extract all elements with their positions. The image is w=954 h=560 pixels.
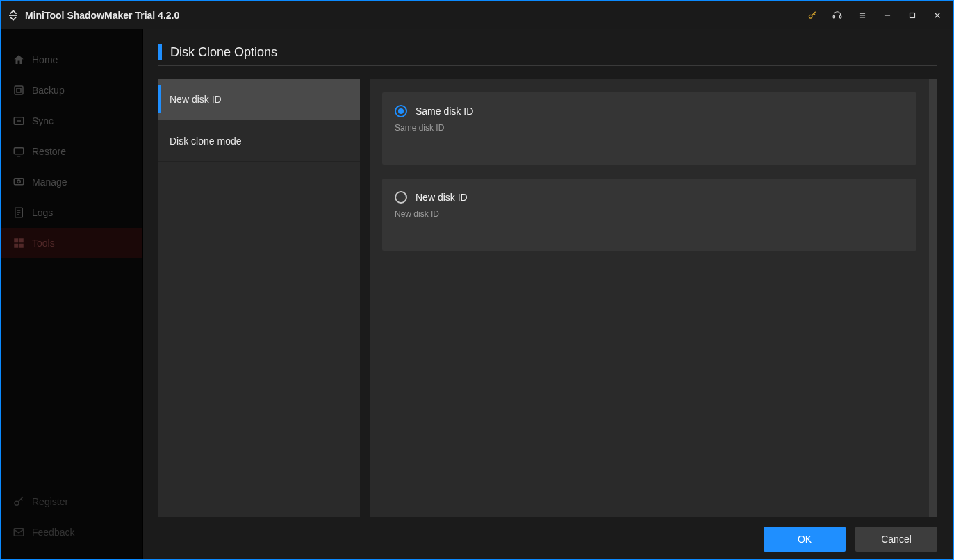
- svg-rect-8: [14, 179, 24, 185]
- footer-buttons: OK Cancel: [158, 517, 937, 552]
- titlebar: MiniTool ShadowMaker Trial 4.2.0: [1, 1, 953, 29]
- category-new-disk-id[interactable]: New disk ID: [158, 79, 360, 120]
- svg-rect-3: [910, 13, 915, 18]
- sidebar-item-home[interactable]: Home: [1, 44, 142, 75]
- svg-point-0: [809, 15, 812, 18]
- manage-icon: [11, 174, 26, 190]
- svg-rect-13: [14, 244, 18, 248]
- svg-rect-14: [19, 244, 24, 248]
- radio-icon[interactable]: [395, 105, 407, 117]
- sidebar-item-logs[interactable]: Logs: [1, 197, 142, 228]
- option-new-disk-id[interactable]: New disk ID New disk ID: [382, 179, 916, 251]
- option-desc: Same disk ID: [395, 123, 904, 133]
- option-same-disk-id[interactable]: Same disk ID Same disk ID: [382, 92, 916, 165]
- sidebar-item-label: Sync: [32, 115, 54, 126]
- sidebar: Home Backup Sync Restore: [1, 29, 143, 559]
- sidebar-item-label: Feedback: [32, 527, 74, 538]
- svg-point-9: [17, 180, 21, 183]
- main-panel: Disk Clone Options New disk ID Disk clon…: [143, 29, 953, 559]
- sidebar-item-tools[interactable]: Tools: [1, 228, 142, 258]
- svg-rect-4: [15, 86, 23, 94]
- sidebar-item-register[interactable]: Register: [1, 486, 142, 517]
- scrollbar-gutter[interactable]: [929, 79, 937, 517]
- button-label: Cancel: [881, 534, 912, 545]
- svg-rect-2: [840, 15, 841, 18]
- sidebar-item-label: Manage: [32, 176, 67, 188]
- support-button[interactable]: [825, 1, 850, 29]
- app-title: MiniTool ShadowMaker Trial 4.2.0: [25, 10, 179, 21]
- key-icon: [11, 494, 26, 509]
- svg-point-15: [15, 501, 19, 505]
- button-label: OK: [798, 534, 812, 545]
- sidebar-item-label: Logs: [32, 207, 53, 218]
- page-header: Disk Clone Options: [158, 44, 937, 66]
- sidebar-item-sync[interactable]: Sync: [1, 106, 142, 136]
- maximize-button[interactable]: [900, 1, 925, 29]
- close-button[interactable]: [925, 1, 950, 29]
- tools-icon: [11, 236, 26, 251]
- ok-button[interactable]: OK: [764, 527, 846, 552]
- sidebar-item-restore[interactable]: Restore: [1, 136, 142, 167]
- svg-rect-1: [833, 15, 834, 18]
- radio-icon[interactable]: [395, 191, 407, 204]
- sidebar-item-feedback[interactable]: Feedback: [1, 517, 142, 547]
- category-disk-clone-mode[interactable]: Disk clone mode: [158, 120, 360, 162]
- app-window: MiniTool ShadowMaker Trial 4.2.0: [0, 0, 954, 560]
- backup-icon: [11, 83, 26, 98]
- svg-rect-12: [19, 238, 24, 242]
- restore-icon: [11, 144, 26, 159]
- mail-icon: [11, 525, 26, 540]
- sidebar-item-label: Register: [32, 496, 68, 507]
- cancel-button[interactable]: Cancel: [855, 527, 937, 552]
- page-title: Disk Clone Options: [170, 45, 277, 60]
- category-label: New disk ID: [170, 94, 222, 105]
- license-key-button[interactable]: [800, 1, 825, 29]
- sync-icon: [11, 113, 26, 129]
- sidebar-item-label: Backup: [32, 85, 65, 96]
- home-icon: [11, 52, 26, 67]
- app-logo-icon: [7, 9, 19, 22]
- options-panel: Same disk ID Same disk ID New disk ID Ne…: [370, 79, 929, 517]
- sidebar-item-label: Restore: [32, 146, 66, 157]
- svg-rect-11: [14, 238, 18, 242]
- sidebar-item-label: Home: [32, 54, 58, 65]
- header-accent: [158, 44, 162, 60]
- option-desc: New disk ID: [395, 209, 904, 219]
- sidebar-item-manage[interactable]: Manage: [1, 167, 142, 197]
- menu-button[interactable]: [850, 1, 875, 29]
- options-wrap: Same disk ID Same disk ID New disk ID Ne…: [370, 79, 937, 517]
- category-label: Disk clone mode: [170, 135, 242, 147]
- svg-rect-7: [14, 148, 24, 154]
- category-list: New disk ID Disk clone mode: [158, 79, 360, 517]
- logs-icon: [11, 205, 26, 220]
- sidebar-item-label: Tools: [32, 238, 55, 249]
- sidebar-item-backup[interactable]: Backup: [1, 75, 142, 106]
- minimize-button[interactable]: [875, 1, 900, 29]
- content-row: New disk ID Disk clone mode Same disk ID: [158, 79, 937, 517]
- app-body: Home Backup Sync Restore: [1, 29, 953, 559]
- option-title: Same disk ID: [416, 106, 473, 117]
- option-title: New disk ID: [416, 192, 468, 203]
- svg-rect-5: [17, 88, 21, 92]
